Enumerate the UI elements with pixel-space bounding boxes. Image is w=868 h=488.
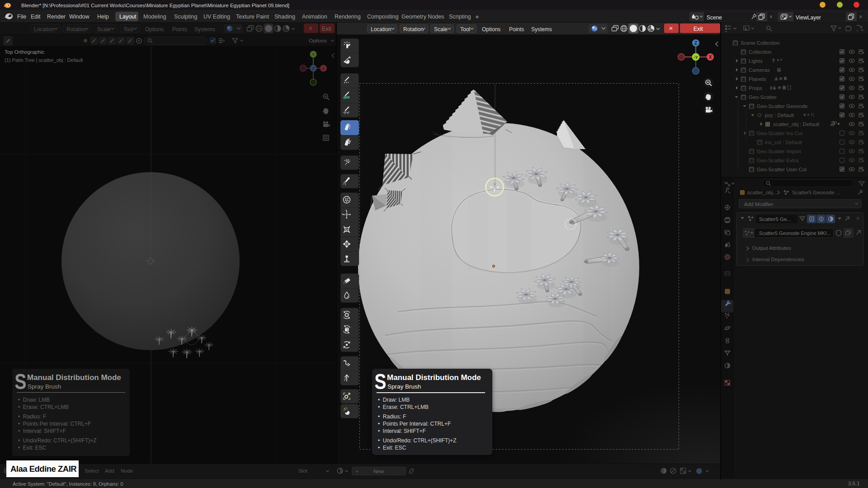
svg-text:X: X xyxy=(322,66,325,71)
svg-text:Z: Z xyxy=(694,41,697,46)
svg-text:X: X xyxy=(709,55,712,60)
svg-text:S: S xyxy=(375,372,386,390)
svg-text:Y: Y xyxy=(312,52,315,57)
svg-text:Z: Z xyxy=(312,66,315,71)
svg-text:S: S xyxy=(15,372,26,390)
svg-text:-Y: -Y xyxy=(693,55,698,60)
